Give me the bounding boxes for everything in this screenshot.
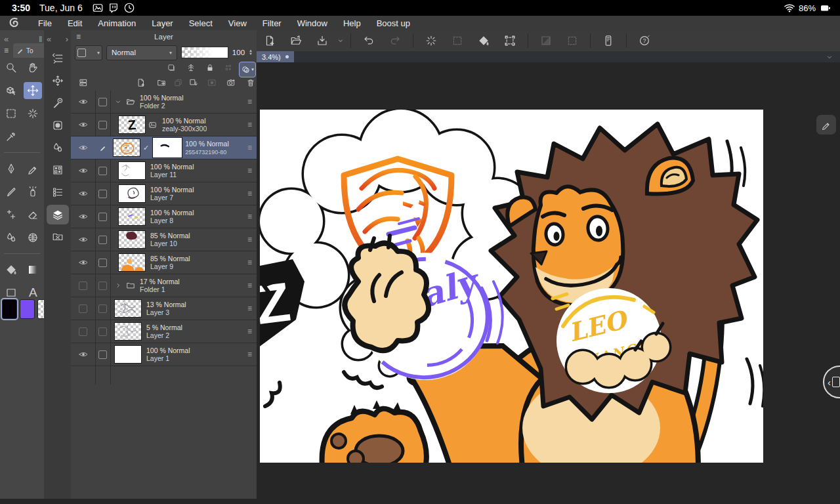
sub-color-swatch[interactable] <box>20 299 35 319</box>
document-tab-active[interactable]: 3.4%) <box>257 51 294 62</box>
row-handle-icon[interactable]: ≡ <box>247 235 252 244</box>
menu-file[interactable]: File <box>30 18 60 28</box>
edge-panel-handle[interactable]: ‹ <box>823 366 840 398</box>
marquee-tool[interactable] <box>2 105 20 122</box>
gradient-tool[interactable] <box>24 261 42 278</box>
menu-layer[interactable]: Layer <box>144 18 181 28</box>
layer-row-folder-2[interactable]: 100 % NormalFolder 2 ≡ <box>71 91 257 114</box>
blend-mode-dropdown[interactable]: Normal▾ <box>106 45 177 60</box>
layer-checkbox[interactable] <box>95 98 110 106</box>
panel-layout-icon[interactable] <box>79 78 88 87</box>
row-handle-icon[interactable]: ≡ <box>247 258 252 267</box>
flip-canvas-icon[interactable] <box>536 32 556 49</box>
hand-tool[interactable] <box>24 59 42 76</box>
layer-checkbox[interactable] <box>95 190 110 198</box>
row-handle-icon[interactable]: ≡ <box>247 304 252 313</box>
layer-thumbnail[interactable] <box>113 138 140 157</box>
layer-checkbox[interactable] <box>95 282 110 290</box>
undo-icon[interactable] <box>359 32 379 49</box>
color-history-palette-button[interactable] <box>47 182 69 202</box>
tab-tool[interactable]: To <box>13 43 47 58</box>
save-icon[interactable] <box>312 32 332 49</box>
move-tool-selected[interactable] <box>24 82 42 99</box>
zoom-tool[interactable] <box>2 59 20 76</box>
main-color-swatch[interactable] <box>2 299 17 319</box>
visibility-eye-icon[interactable] <box>71 350 95 359</box>
visibility-eye-icon[interactable] <box>71 166 95 175</box>
folder-collapsed-chevron[interactable] <box>114 282 122 289</box>
layer-checkbox[interactable] <box>95 327 110 336</box>
layer-row-10[interactable]: 85 % NormalLayer 10 ≡ <box>71 228 257 251</box>
layer-row-selected[interactable]: ✓ 100 % Normal2554732190-80 ≡ <box>71 136 257 159</box>
new-layer-folder-icon[interactable] <box>157 78 166 87</box>
row-handle-icon[interactable]: ≡ <box>247 327 252 336</box>
row-handle-icon[interactable]: ≡ <box>247 212 252 221</box>
material-palette-button[interactable] <box>47 227 69 247</box>
row-handle-icon[interactable]: ≡ <box>247 281 252 290</box>
menu-window[interactable]: Window <box>289 18 335 28</box>
menu-edit[interactable]: Edit <box>60 18 90 28</box>
layer-row-1[interactable]: 100 % NormalLayer 1 ≡ <box>71 343 257 366</box>
collapse-left-chevron[interactable]: « <box>4 34 9 44</box>
brush-tool[interactable] <box>2 183 20 200</box>
eyedropper-tool[interactable] <box>2 128 20 145</box>
tab-list-chevron-icon[interactable] <box>826 53 833 61</box>
airbrush-tool[interactable] <box>24 183 42 200</box>
fill-tool[interactable] <box>2 261 20 278</box>
layer-row-3[interactable]: 13 % NormalLayer 3 ≡ <box>71 297 257 320</box>
visibility-eye-icon[interactable] <box>71 258 95 267</box>
menu-select[interactable]: Select <box>181 18 220 28</box>
layer-checkbox[interactable] <box>95 121 110 129</box>
color-mix-palette-button[interactable] <box>47 138 69 158</box>
frame-icon[interactable] <box>500 32 520 49</box>
row-handle-icon[interactable]: ≡ <box>247 143 252 152</box>
visibility-eye-icon[interactable] <box>71 189 95 198</box>
canvas-artwork[interactable]: Z <box>260 110 763 463</box>
open-file-icon[interactable] <box>286 32 306 49</box>
canvas-document[interactable]: Z <box>260 110 763 463</box>
strip-grip[interactable]: ‖ <box>39 34 42 44</box>
opacity-slider[interactable] <box>181 47 228 58</box>
layer-mask-thumbnail[interactable] <box>153 138 182 158</box>
decoration-tool[interactable] <box>2 206 20 223</box>
folder-expand-chevron[interactable] <box>114 98 122 106</box>
layer-row-8[interactable]: 100 % NormalLayer 8 ≡ <box>71 205 257 228</box>
transfer-layer-icon[interactable] <box>189 78 198 87</box>
duplicate-layer-icon[interactable] <box>174 78 183 87</box>
layer-thumbnail[interactable]: Z <box>118 116 146 134</box>
layer-thumbnail[interactable] <box>114 345 142 364</box>
layer-checkbox[interactable] <box>95 213 110 221</box>
collapse-strip-chevron[interactable]: « <box>47 34 51 44</box>
layer-color-button[interactable]: ▾ <box>239 62 256 77</box>
menu-help[interactable]: Help <box>335 18 369 28</box>
blend-tool[interactable] <box>2 229 20 246</box>
layer-palette-button-active[interactable] <box>47 205 69 224</box>
visibility-empty[interactable] <box>71 327 95 336</box>
help-icon[interactable] <box>635 32 654 49</box>
row-handle-icon[interactable]: ≡ <box>247 189 252 198</box>
visibility-eye-icon[interactable] <box>71 212 95 221</box>
pencil-tool[interactable] <box>24 160 42 177</box>
layer-checkbox[interactable] <box>95 236 110 244</box>
tool-panel-menu-icon[interactable]: ≡ <box>4 46 9 55</box>
liquify-tool[interactable] <box>24 229 42 246</box>
layer-thumbnail[interactable] <box>114 299 142 318</box>
layer-checkbox[interactable] <box>95 350 110 359</box>
layer-row-9[interactable]: 85 % NormalLayer 9 ≡ <box>71 251 257 274</box>
ruler-icon[interactable] <box>186 63 196 72</box>
visibility-eye-icon[interactable] <box>71 235 95 244</box>
auto-select-tool[interactable] <box>24 105 42 122</box>
menu-boost-up[interactable]: Boost up <box>369 18 418 28</box>
layer-row-zealy[interactable]: Z 100 % Normalzealy-300x300 ≡ <box>71 114 257 136</box>
selection-launcher-icon[interactable] <box>562 32 582 49</box>
expand-strip-chevron[interactable]: › <box>66 34 68 44</box>
layer-row-7[interactable]: 100 % NormalLayer 7 ≡ <box>71 182 257 205</box>
sub-tool-palette-button[interactable] <box>47 93 69 113</box>
layer-thumbnail[interactable] <box>118 253 146 272</box>
clip-to-layer-below-icon[interactable] <box>167 63 176 72</box>
visibility-empty[interactable] <box>71 282 95 290</box>
visibility-eye-icon[interactable] <box>71 120 95 129</box>
merge-camera-icon[interactable] <box>226 78 236 87</box>
fill-icon[interactable] <box>474 32 494 49</box>
operation-tool[interactable] <box>2 82 20 99</box>
